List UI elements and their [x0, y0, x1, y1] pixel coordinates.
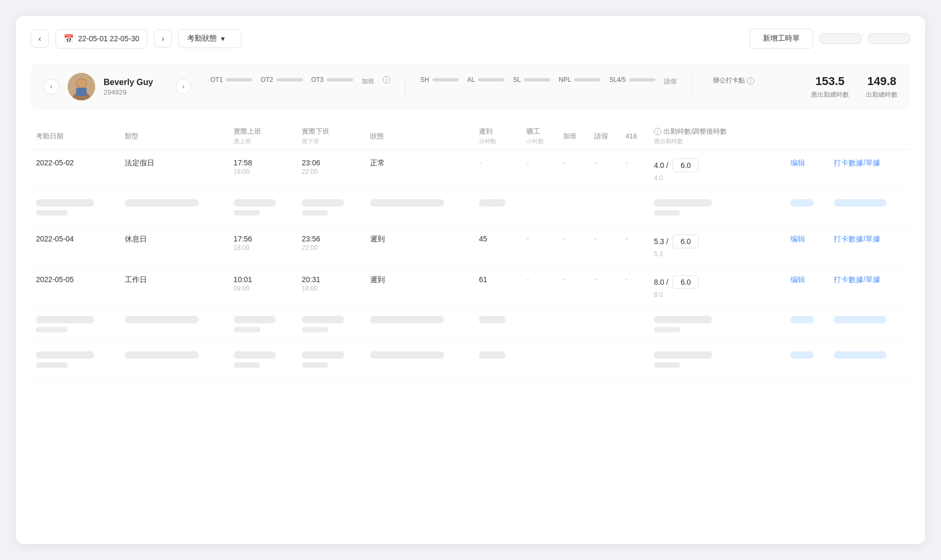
- skel-type: [119, 191, 228, 226]
- skel-late: [474, 343, 521, 378]
- skel-418: [620, 343, 649, 378]
- cell-leave: -: [589, 267, 620, 307]
- skel-leave: [589, 191, 620, 226]
- sh-item: SH: [420, 76, 459, 83]
- skel-end: [297, 307, 365, 343]
- date-range-text: 22-05-01 22-05-30: [78, 34, 140, 43]
- toolbar-action-btn-1[interactable]: [819, 33, 862, 44]
- scheduled-hours-value: 153.5: [811, 74, 849, 88]
- col-header-edit: [785, 123, 829, 150]
- actual-hours-stat: 149.8 出勤總時數: [866, 74, 898, 99]
- ot2-bar: [276, 78, 303, 81]
- cell-late: -: [474, 150, 521, 191]
- skel-action: [828, 191, 910, 226]
- al-bar: [478, 78, 504, 81]
- actual-hours-value: 149.8: [866, 74, 898, 88]
- leave-stats-divider: [691, 76, 692, 97]
- cell-overtime: -: [558, 267, 589, 307]
- cell-edit[interactable]: 编辑: [785, 267, 829, 307]
- skel-action: [828, 307, 910, 343]
- new-timesheet-button[interactable]: 新增工時單: [750, 29, 813, 49]
- cell-overtime: -: [558, 226, 589, 267]
- skel-late: [474, 307, 521, 343]
- skel-hours: [649, 307, 785, 343]
- skel-status: [365, 307, 474, 343]
- cell-hours: 5.3 / 5.3: [649, 226, 785, 267]
- scheduled-hours-label: 應出勤總時數: [811, 90, 849, 99]
- chevron-down-icon: ▾: [221, 34, 225, 43]
- cell-late: 61: [474, 267, 521, 307]
- sl-bar: [524, 78, 550, 81]
- skel-type: [119, 307, 228, 343]
- cell-date: 2022-05-05: [31, 267, 119, 307]
- date-range-button[interactable]: 📅 22-05-01 22-05-30: [56, 29, 147, 49]
- cell-absent: -: [521, 226, 557, 267]
- skel-absent: [521, 343, 557, 378]
- cell-actual-start: 10:01 09:00: [228, 267, 297, 307]
- edit-link[interactable]: 编辑: [790, 235, 805, 243]
- office-checkin-info-icon[interactable]: i: [747, 77, 754, 85]
- arrow-right-icon: ›: [162, 34, 164, 43]
- npl-bar: [574, 78, 601, 81]
- avatar: [68, 73, 95, 100]
- main-card: ‹ 📅 22-05-01 22-05-30 › 考勤狀態 ▾ 新增工時單 ‹: [16, 16, 925, 544]
- col-header-absent: 曠工 小时数: [521, 123, 557, 150]
- col-header-418: 418: [620, 123, 649, 150]
- cell-type: 法定假日: [119, 150, 228, 191]
- skel-start: [228, 191, 297, 226]
- cell-418: -: [620, 150, 649, 191]
- hours-fraction: 5.3 /: [654, 237, 668, 246]
- col-header-hours: i 出勤時數/調整後時數 應出勤時數: [649, 123, 785, 150]
- cell-late: 45: [474, 226, 521, 267]
- cell-punch[interactable]: 打卡數據/單據: [828, 150, 910, 191]
- cell-edit[interactable]: 编辑: [785, 150, 829, 191]
- skel-leave: [589, 343, 620, 378]
- skel-hours: [649, 191, 785, 226]
- cell-overtime: -: [558, 150, 589, 191]
- ot-info-icon[interactable]: i: [383, 76, 390, 83]
- employee-next-button[interactable]: ›: [176, 79, 191, 95]
- date-next-button[interactable]: ›: [154, 30, 172, 48]
- status-dropdown[interactable]: 考勤狀態 ▾: [178, 29, 242, 48]
- date-prev-button[interactable]: ‹: [31, 30, 49, 48]
- col-header-punch: [828, 123, 910, 150]
- punch-link[interactable]: 打卡數據/單據: [834, 235, 880, 243]
- cell-punch[interactable]: 打卡數據/單據: [828, 267, 910, 307]
- cell-punch[interactable]: 打卡數據/單據: [828, 226, 910, 267]
- ot2-item: OT2: [261, 76, 302, 83]
- toolbar-action-btn-2[interactable]: [868, 33, 910, 44]
- table-row-skeleton: [31, 307, 910, 343]
- skel-type: [119, 343, 228, 378]
- actual-hours-label: 出勤總時數: [866, 90, 898, 99]
- skel-date: [31, 343, 119, 378]
- hours-col-info-icon[interactable]: i: [654, 128, 661, 135]
- skel-hours: [649, 343, 785, 378]
- employee-name: Beverly Guy: [104, 78, 167, 87]
- skel-edit: [785, 191, 829, 226]
- table-row-skeleton: [31, 343, 910, 378]
- ot-leave-divider: [405, 76, 405, 97]
- col-header-date: 考勤日期: [31, 123, 119, 150]
- hours-input-field[interactable]: [672, 158, 699, 172]
- edit-link[interactable]: 编辑: [790, 275, 805, 284]
- edit-link[interactable]: 编辑: [790, 158, 805, 167]
- hours-input-field[interactable]: [672, 275, 699, 289]
- cell-type: 休息日: [119, 226, 228, 267]
- employee-id: 294929: [104, 88, 167, 96]
- cell-date: 2022-05-04: [31, 226, 119, 267]
- punch-link[interactable]: 打卡數據/單據: [834, 158, 880, 167]
- cell-status: 正常: [365, 150, 474, 191]
- scheduled-hours-stat: 153.5 應出勤總時數: [811, 74, 849, 99]
- hours-input-field[interactable]: [672, 235, 699, 248]
- cell-edit[interactable]: 编辑: [785, 226, 829, 267]
- skel-status: [365, 343, 474, 378]
- employee-prev-button[interactable]: ‹: [43, 79, 59, 95]
- sl-item: SL: [513, 76, 550, 83]
- cell-type: 工作日: [119, 267, 228, 307]
- skel-ot: [558, 343, 589, 378]
- skel-418: [620, 307, 649, 343]
- punch-link[interactable]: 打卡數據/單據: [834, 275, 880, 284]
- cell-date: 2022-05-02: [31, 150, 119, 191]
- employee-info: Beverly Guy 294929: [104, 78, 167, 96]
- ot-leave-section: OT1 OT2 OT3 加班 i: [210, 76, 802, 97]
